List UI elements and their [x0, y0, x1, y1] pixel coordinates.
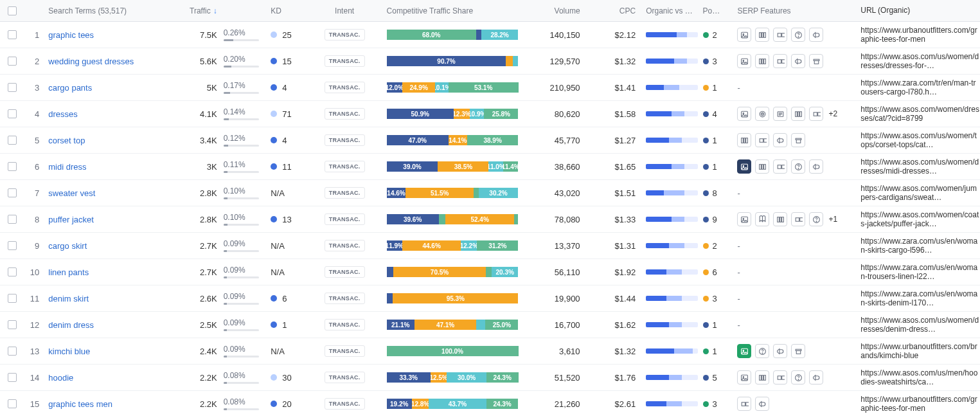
- keyword-link[interactable]: kimchi blue: [48, 347, 90, 356]
- cts-bar[interactable]: 33.3%12.5%30.0%24.3%: [387, 372, 519, 383]
- serp-carousel-icon[interactable]: [773, 370, 787, 384]
- row-checkbox[interactable]: [8, 109, 17, 118]
- cts-bar[interactable]: 70.5%20.3%: [387, 267, 519, 277]
- url-link[interactable]: https://www.zara.com/us/en/woman-skirts-…: [857, 237, 980, 255]
- serp-image-icon[interactable]: [737, 107, 751, 121]
- serp-sitelinks-icon[interactable]: [773, 212, 787, 226]
- serp-carousel-icon[interactable]: [791, 212, 805, 226]
- keyword-link[interactable]: corset top: [48, 136, 85, 145]
- header-cpc[interactable]: CPC: [585, 6, 641, 15]
- serp-image-icon[interactable]: [737, 54, 751, 68]
- organic-vs-paid-bar[interactable]: [646, 190, 697, 195]
- serp-sitelinks-icon[interactable]: [755, 159, 769, 174]
- serp-sitelinks-icon[interactable]: [755, 54, 769, 68]
- keyword-link[interactable]: linen pants: [48, 267, 89, 277]
- header-kd[interactable]: KD: [264, 6, 307, 15]
- url-link[interactable]: https://www.urbanoutfitters.com/brands/k…: [857, 342, 980, 361]
- serp-sitelinks-icon[interactable]: [737, 133, 751, 147]
- serp-carousel-icon[interactable]: [809, 107, 823, 121]
- serp-image-icon[interactable]: [737, 212, 751, 226]
- header-traffic[interactable]: Traffic↓: [179, 6, 220, 15]
- serp-book-icon[interactable]: [755, 212, 769, 226]
- cts-bar[interactable]: 39.0%38.5%11.0%11.4%: [387, 161, 519, 172]
- keyword-link[interactable]: graphic tees men: [48, 399, 112, 409]
- select-all-checkbox[interactable]: [8, 6, 17, 15]
- row-checkbox[interactable]: [8, 215, 17, 224]
- organic-vs-paid-bar[interactable]: [646, 217, 697, 222]
- url-link[interactable]: https://www.asos.com/women/jumpers-cardi…: [857, 184, 980, 203]
- keyword-link[interactable]: midi dress: [48, 162, 86, 172]
- cts-bar[interactable]: 68.0%28.2%: [387, 30, 519, 40]
- keyword-link[interactable]: dresses: [48, 109, 78, 119]
- cts-bar[interactable]: 50.9%12.3%10.9%25.8%: [387, 109, 519, 119]
- cts-bar[interactable]: 12.0%24.9%10.1%53.1%: [387, 82, 519, 93]
- serp-ads-icon[interactable]: [809, 28, 823, 42]
- header-position[interactable]: Po…: [703, 6, 734, 15]
- keyword-link[interactable]: denim skirt: [48, 294, 89, 303]
- serp-sitelinks-icon[interactable]: [755, 370, 769, 384]
- header-url[interactable]: URL (Organic): [857, 6, 980, 15]
- serp-shopping-icon[interactable]: [809, 54, 823, 68]
- row-checkbox[interactable]: [8, 347, 17, 356]
- header-ovp[interactable]: Organic vs Paid: [641, 6, 702, 15]
- url-link[interactable]: https://www.asos.com/us/women/tops/corse…: [857, 131, 980, 150]
- row-checkbox[interactable]: [8, 162, 17, 171]
- organic-vs-paid-bar[interactable]: [646, 401, 697, 406]
- cts-bar[interactable]: 11.9%44.6%12.2%31.2%: [387, 240, 519, 251]
- keyword-link[interactable]: denim dress: [48, 320, 94, 330]
- organic-vs-paid-bar[interactable]: [646, 32, 697, 37]
- serp-shopping-icon[interactable]: [791, 133, 805, 147]
- header-cts[interactable]: Competitive Traffic Share: [382, 6, 524, 15]
- serp-ads-icon[interactable]: [809, 370, 823, 384]
- serp-question-icon[interactable]: [791, 28, 805, 42]
- serp-shopping-icon[interactable]: [791, 344, 805, 358]
- serp-carousel-icon[interactable]: [773, 54, 787, 68]
- organic-vs-paid-bar[interactable]: [646, 85, 697, 90]
- serp-news-icon[interactable]: [773, 107, 787, 121]
- serp-ads-icon[interactable]: [773, 133, 787, 147]
- cts-bar[interactable]: 100.0%: [387, 346, 519, 356]
- serp-question-icon[interactable]: [791, 159, 805, 174]
- url-link[interactable]: https://www.zara.com/us/en/woman-skirts-…: [857, 289, 980, 308]
- serp-sitelinks-icon[interactable]: [791, 107, 805, 121]
- serp-ads-icon[interactable]: [791, 54, 805, 68]
- organic-vs-paid-bar[interactable]: [646, 111, 697, 116]
- header-intent[interactable]: Intent: [308, 6, 382, 15]
- row-checkbox[interactable]: [8, 30, 17, 39]
- cts-bar[interactable]: 90.7%: [387, 56, 519, 66]
- row-checkbox[interactable]: [8, 241, 17, 250]
- row-checkbox[interactable]: [8, 136, 17, 145]
- row-checkbox[interactable]: [8, 188, 17, 197]
- serp-carousel-icon[interactable]: [773, 159, 787, 174]
- keyword-link[interactable]: hoodie: [48, 373, 73, 383]
- organic-vs-paid-bar[interactable]: [646, 164, 697, 169]
- serp-question-icon[interactable]: [791, 370, 805, 384]
- cts-bar[interactable]: 14.6%51.5%30.2%: [387, 188, 519, 198]
- cts-bar[interactable]: 95.3%: [387, 293, 519, 303]
- url-link[interactable]: https://www.zara.com/tr/en/man-trousers-…: [857, 78, 980, 97]
- serp-question-icon[interactable]: [809, 212, 823, 226]
- keyword-link[interactable]: graphic tees: [48, 30, 94, 40]
- serp-image-icon[interactable]: [737, 159, 751, 174]
- url-link[interactable]: https://www.asos.com/us/women/dresses/de…: [857, 316, 980, 334]
- serp-ads-icon[interactable]: [755, 397, 769, 411]
- organic-vs-paid-bar[interactable]: [646, 375, 697, 380]
- organic-vs-paid-bar[interactable]: [646, 322, 697, 327]
- serp-carousel-icon[interactable]: [737, 397, 751, 411]
- cts-bar[interactable]: 21.1%47.1%25.0%: [387, 320, 519, 330]
- url-link[interactable]: https://www.asos.com/us/women/dresses/mi…: [857, 158, 980, 176]
- cts-bar[interactable]: 19.2%12.8%43.7%24.3%: [387, 399, 519, 409]
- url-link[interactable]: https://www.asos.com/women/dresses/cat/?…: [857, 105, 980, 123]
- serp-image-icon[interactable]: [737, 344, 751, 358]
- header-search-terms[interactable]: Search Terms (53,517): [43, 6, 179, 15]
- organic-vs-paid-bar[interactable]: [646, 138, 697, 143]
- header-serp[interactable]: SERP Features: [733, 6, 857, 15]
- keyword-link[interactable]: wedding guest dresses: [48, 57, 134, 66]
- row-checkbox[interactable]: [8, 83, 17, 92]
- row-checkbox[interactable]: [8, 267, 17, 276]
- serp-ads-icon[interactable]: [809, 159, 823, 174]
- url-link[interactable]: https://www.urbanoutfitters.com/graphic-…: [857, 395, 980, 413]
- keyword-link[interactable]: cargo pants: [48, 83, 92, 93]
- serp-image-icon[interactable]: [737, 28, 751, 42]
- serp-more[interactable]: +2: [828, 109, 837, 118]
